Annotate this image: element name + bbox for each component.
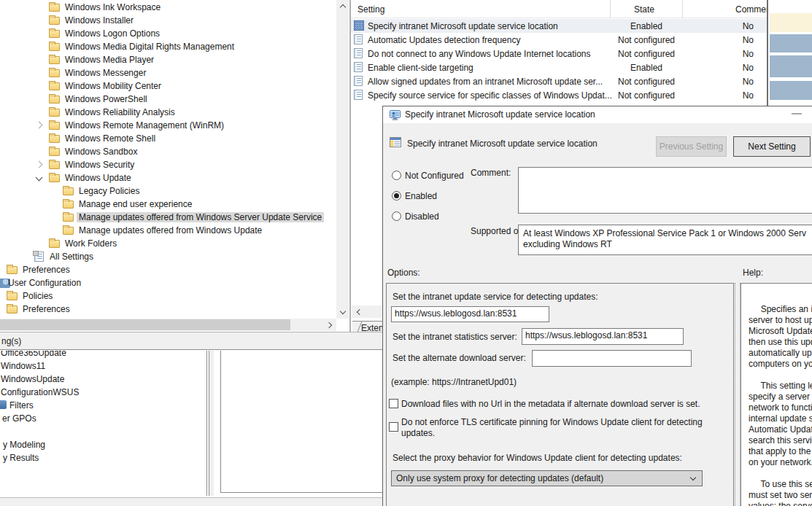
tree-item-label[interactable]: Windows Media Digital Rights Management xyxy=(63,42,236,52)
tree-item[interactable]: Windows Ink Workspace xyxy=(0,1,343,14)
tree-item[interactable]: User Configuration xyxy=(0,276,343,289)
gpmc-tree-item[interactable]: y Modeling xyxy=(0,438,204,451)
tree-item-label[interactable]: Windows Messenger xyxy=(63,68,148,78)
radio-not-configured-icon[interactable] xyxy=(392,171,401,180)
radio-disabled-icon[interactable] xyxy=(392,211,401,221)
tree-item[interactable]: Windows Update xyxy=(0,171,343,184)
tree-item-label[interactable]: Windows Ink Workspace xyxy=(63,2,163,12)
tree-item[interactable]: Windows Remote Management (WinRM) xyxy=(0,119,343,132)
tree-item-label[interactable]: Windows Media Player xyxy=(63,55,156,65)
gpmc-tree-item-label[interactable]: er GPOs xyxy=(2,413,36,424)
tree-item-label[interactable]: Windows PowerShell xyxy=(63,94,150,104)
tree-item-label[interactable]: Manage updates offered from Windows Upda… xyxy=(77,225,264,236)
tree-item-label[interactable]: Windows Update xyxy=(63,173,134,183)
tree-item-label[interactable]: Manage end user experience xyxy=(77,199,194,209)
tree-item[interactable]: Windows Mobility Center xyxy=(0,79,343,93)
tree-item-label[interactable]: Windows Installer xyxy=(63,15,136,26)
tree-item-label[interactable]: Policies xyxy=(20,291,55,301)
chevron-expanded-icon[interactable] xyxy=(36,174,43,182)
scroll-down-button[interactable] xyxy=(336,306,349,319)
gpmc-tree-item[interactable]: Filters xyxy=(0,399,204,412)
tree-item[interactable]: Windows Security xyxy=(0,158,343,171)
gpmc-splitter[interactable] xyxy=(209,351,214,496)
column-header-state[interactable]: State xyxy=(634,4,654,15)
column-separator[interactable] xyxy=(610,0,611,18)
gpmc-tree-item-label[interactable]: y Modeling xyxy=(3,440,45,450)
column-header-comment[interactable]: Comment xyxy=(735,4,767,15)
tree-item[interactable]: Windows Media Player xyxy=(0,53,343,66)
tree-item-label[interactable]: Windows Logon Options xyxy=(63,28,162,39)
tree-item-label[interactable]: Preferences xyxy=(20,304,72,314)
tree-item-label[interactable]: Windows Security xyxy=(63,160,136,170)
list-horizontal-scrollbar[interactable] xyxy=(352,305,382,318)
settings-list-row[interactable]: Automatic Updates detection frequencyNot… xyxy=(351,33,767,47)
tree-item[interactable]: Preferences xyxy=(0,303,343,316)
tree-item-label[interactable]: Windows Reliability Analysis xyxy=(63,107,177,117)
tree-item[interactable]: All Settings xyxy=(0,250,343,263)
gpmc-tree-item-label[interactable]: Filters xyxy=(9,400,34,410)
alternate-server-input[interactable] xyxy=(532,350,692,367)
gpmc-tree-item[interactable]: y Results xyxy=(0,451,204,464)
gpmc-tree-item[interactable]: ConfigurationWSUS xyxy=(0,386,204,399)
gpmc-tree-item-label[interactable]: Windows11 xyxy=(1,361,45,371)
tree-item[interactable]: Manage end user experience xyxy=(0,198,343,211)
gpmc-tree-item[interactable]: Office365Update xyxy=(0,351,204,359)
statistics-server-input[interactable]: https://wsus.leblogosd.lan:8531 xyxy=(522,328,684,345)
intranet-service-input[interactable]: https://wsus.leblogosd.lan:8531 xyxy=(391,306,549,322)
tree-item[interactable]: Windows Installer xyxy=(0,14,343,27)
tree-item[interactable]: Windows Messenger xyxy=(0,66,343,79)
scroll-left-button[interactable] xyxy=(352,305,365,318)
tree-item-label[interactable]: Work Folders xyxy=(63,238,119,249)
tree-item-label[interactable]: Manage updates offered from Windows Serv… xyxy=(77,212,324,222)
dialog-title-bar[interactable]: Specify intranet Microsoft update servic… xyxy=(383,106,812,123)
settings-list-row[interactable]: Do not connect to any Windows Update Int… xyxy=(351,47,767,61)
previous-setting-button[interactable]: Previous Setting xyxy=(656,136,727,157)
gpmc-tree-item-label[interactable]: Office365Update xyxy=(1,351,66,358)
tree-item-label[interactable]: Windows Remote Management (WinRM) xyxy=(63,120,226,131)
tree-item[interactable]: Windows PowerShell xyxy=(0,93,343,106)
minimize-button[interactable] xyxy=(792,113,802,114)
tree-item[interactable]: Windows Remote Shell xyxy=(0,132,343,145)
tree-item[interactable]: Windows Logon Options xyxy=(0,27,343,40)
proxy-behavior-select[interactable]: Only use system proxy for detecting upda… xyxy=(391,470,703,486)
download-files-checkbox[interactable] xyxy=(389,399,398,408)
scrollbar-thumb[interactable] xyxy=(0,319,290,330)
tree-vertical-scrollbar[interactable] xyxy=(336,0,349,319)
tree-item[interactable]: Windows Reliability Analysis xyxy=(0,106,343,119)
gpmc-tree-item[interactable]: er GPOs xyxy=(0,412,204,425)
gpmc-tree-item-label[interactable]: WindowsUpdate xyxy=(1,374,64,384)
gpmc-tree-item-label[interactable]: y Results xyxy=(3,453,39,463)
tree-item-label[interactable]: Windows Remote Shell xyxy=(63,133,158,144)
tree-item[interactable]: Manage updates offered from Windows Serv… xyxy=(0,211,343,224)
tree-item-label[interactable]: All Settings xyxy=(47,252,96,262)
radio-enabled-icon[interactable] xyxy=(392,191,401,201)
help-panel[interactable]: Specifies an inserver to host updMicroso… xyxy=(741,283,812,506)
tls-pinning-checkbox[interactable] xyxy=(389,422,398,432)
column-header-setting[interactable]: Setting xyxy=(357,4,384,15)
scroll-up-button[interactable] xyxy=(336,0,349,12)
tree-item-label[interactable]: Preferences xyxy=(20,265,72,275)
tree-item[interactable]: Preferences xyxy=(0,263,343,276)
tree-item-label[interactable]: Windows Mobility Center xyxy=(63,81,163,91)
settings-list-row[interactable]: Specify source service for specific clas… xyxy=(351,88,767,102)
next-setting-button[interactable]: Next Setting xyxy=(733,136,811,157)
scroll-right-button[interactable] xyxy=(324,319,336,331)
tree-item[interactable]: Policies xyxy=(0,289,343,303)
gpmc-tree-item-label[interactable]: ConfigurationWSUS xyxy=(1,387,79,397)
options-help-splitter[interactable] xyxy=(735,283,741,506)
comment-textarea[interactable] xyxy=(518,167,812,214)
tree-item[interactable]: Windows Media Digital Rights Management xyxy=(0,40,343,53)
chevron-collapsed-icon[interactable] xyxy=(36,161,43,168)
gpmc-tree-item[interactable]: WindowsUpdate xyxy=(0,373,204,386)
tree-item-label[interactable]: User Configuration xyxy=(6,278,83,288)
chevron-collapsed-icon[interactable] xyxy=(36,122,43,129)
tree-item[interactable]: Work Folders xyxy=(0,237,343,250)
settings-list-row[interactable]: Enable client-side targetingEnabledNo xyxy=(351,61,767,74)
tree-item-label[interactable]: Legacy Policies xyxy=(77,186,142,196)
tree-item[interactable]: Windows Sandbox xyxy=(0,145,343,158)
column-separator[interactable] xyxy=(682,0,683,18)
tree-horizontal-scrollbar[interactable] xyxy=(0,319,336,331)
gpmc-tree-item[interactable]: Windows11 xyxy=(0,359,204,373)
tree-item[interactable]: Legacy Policies xyxy=(0,184,343,198)
settings-list-row[interactable]: Allow signed updates from an intranet Mi… xyxy=(351,74,767,88)
